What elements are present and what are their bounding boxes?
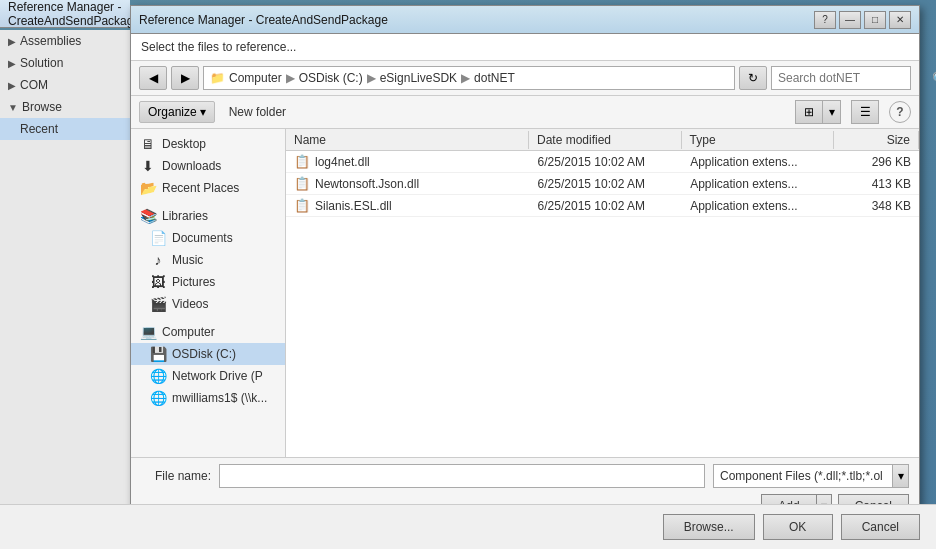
file-name-cell: 📋 Silanis.ESL.dll [286, 196, 530, 215]
col-type-label: Type [690, 133, 716, 147]
instruction-bar: Select the files to reference... [131, 34, 919, 61]
file-size: 296 KB [872, 155, 911, 169]
table-row[interactable]: 📋 log4net.dll 6/25/2015 10:02 AM Applica… [286, 151, 919, 173]
view-icon: ⊞ [804, 105, 814, 119]
breadcrumb-dotnet[interactable]: dotNET [474, 71, 515, 85]
view-dropdown-button[interactable]: ▾ [823, 100, 841, 124]
filetype-dropdown-arrow[interactable]: ▾ [893, 464, 909, 488]
desktop-icon: 🖥 [139, 136, 157, 152]
arrow-icon: ▶ [8, 36, 16, 47]
search-icon[interactable]: 🔍 [932, 71, 936, 86]
dll-icon: 📋 [294, 198, 310, 213]
left-item-label: Network Drive (P [172, 369, 263, 383]
sidebar-item-recent[interactable]: Recent [0, 118, 139, 140]
col-date-label: Date modified [537, 133, 611, 147]
left-item-label: Downloads [162, 159, 221, 173]
left-item-libraries[interactable]: 📚 Libraries [131, 205, 285, 227]
pictures-icon: 🖼 [149, 274, 167, 290]
left-item-label: mwilliams1$ (\\k... [172, 391, 267, 405]
file-type-cell: Application extens... [682, 153, 835, 171]
file-dialog: Reference Manager - CreateAndSendPackage… [130, 5, 920, 525]
file-date: 6/25/2015 10:02 AM [538, 155, 645, 169]
left-item-pictures[interactable]: 🖼 Pictures [131, 271, 285, 293]
footer-cancel-button[interactable]: Cancel [841, 514, 920, 540]
organize-button[interactable]: Organize ▾ [139, 101, 215, 123]
breadcrumb-sep: ▶ [461, 71, 470, 85]
arrow-icon: ▼ [8, 102, 18, 113]
filetype-group: Component Files (*.dll;*.tlb;*.ol ▾ [713, 464, 909, 488]
footer-cancel-label: Cancel [862, 520, 899, 534]
left-item-computer[interactable]: 💻 Computer [131, 321, 285, 343]
left-item-documents[interactable]: 📄 Documents [131, 227, 285, 249]
dll-icon: 📋 [294, 154, 310, 169]
browse-button[interactable]: Browse... [663, 514, 755, 540]
left-item-network-drive[interactable]: 🌐 Network Drive (P [131, 365, 285, 387]
arrow-icon: ▶ [8, 80, 16, 91]
file-date-cell: 6/25/2015 10:02 AM [530, 153, 683, 171]
sidebar-item-label: Browse [22, 100, 62, 114]
details-button[interactable]: ☰ [851, 100, 879, 124]
file-date: 6/25/2015 10:02 AM [538, 177, 645, 191]
left-item-music[interactable]: ♪ Music [131, 249, 285, 271]
left-item-videos[interactable]: 🎬 Videos [131, 293, 285, 315]
sidebar-item-solution[interactable]: ▶ Solution [0, 52, 139, 74]
file-type-cell: Application extens... [682, 197, 835, 215]
left-item-osdisk[interactable]: 💾 OSDisk (C:) [131, 343, 285, 365]
new-folder-button[interactable]: New folder [221, 102, 294, 122]
sidebar-item-assemblies[interactable]: ▶ Assemblies [0, 30, 139, 52]
left-item-label: Documents [172, 231, 233, 245]
filename-input[interactable] [219, 464, 705, 488]
back-button[interactable]: ◀ [139, 66, 167, 90]
footer-buttons: Browse... OK Cancel [0, 504, 936, 549]
file-name-cell: 📋 Newtonsoft.Json.dll [286, 174, 530, 193]
file-list: Name Date modified Type Size 📋 log4net.d… [286, 129, 919, 457]
table-row[interactable]: 📋 Silanis.ESL.dll 6/25/2015 10:02 AM App… [286, 195, 919, 217]
file-date-cell: 6/25/2015 10:02 AM [530, 197, 683, 215]
col-header-name[interactable]: Name [286, 131, 529, 149]
breadcrumb[interactable]: 📁 Computer ▶ OSDisk (C:) ▶ eSignLiveSDK … [203, 66, 735, 90]
refresh-button[interactable]: ↻ [739, 66, 767, 90]
filename-label: File name: [141, 469, 211, 483]
network-drive-icon: 🌐 [149, 368, 167, 384]
file-name-cell: 📋 log4net.dll [286, 152, 530, 171]
forward-button[interactable]: ▶ [171, 66, 199, 90]
breadcrumb-esignlive[interactable]: eSignLiveSDK [380, 71, 457, 85]
file-size-cell: 296 KB [835, 153, 919, 171]
view-button[interactable]: ⊞ [795, 100, 823, 124]
left-item-mwilliams[interactable]: 🌐 mwilliams1$ (\\k... [131, 387, 285, 409]
col-header-type[interactable]: Type [682, 131, 835, 149]
dialog-maximize-button[interactable]: □ [864, 11, 886, 29]
left-item-label: Desktop [162, 137, 206, 151]
ok-button[interactable]: OK [763, 514, 833, 540]
col-header-size[interactable]: Size [834, 131, 919, 149]
left-item-desktop[interactable]: 🖥 Desktop [131, 133, 285, 155]
left-item-downloads[interactable]: ⬇ Downloads [131, 155, 285, 177]
folder-icon: 📁 [210, 71, 225, 85]
breadcrumb-osdisk[interactable]: OSDisk (C:) [299, 71, 363, 85]
documents-icon: 📄 [149, 230, 167, 246]
breadcrumb-computer[interactable]: Computer [229, 71, 282, 85]
sidebar-item-label: Recent [20, 122, 58, 136]
refresh-icon: ↻ [748, 71, 758, 85]
sidebar-item-browse[interactable]: ▼ Browse [0, 96, 139, 118]
left-item-label: Videos [172, 297, 208, 311]
table-row[interactable]: 📋 Newtonsoft.Json.dll 6/25/2015 10:02 AM… [286, 173, 919, 195]
breadcrumb-sep: ▶ [286, 71, 295, 85]
sidebar-item-com[interactable]: ▶ COM [0, 74, 139, 96]
downloads-icon: ⬇ [139, 158, 157, 174]
content-area: 🖥 Desktop ⬇ Downloads 📂 Recent Places 📚 … [131, 129, 919, 457]
dialog-close-button[interactable]: ✕ [889, 11, 911, 29]
search-input[interactable] [778, 71, 928, 85]
dialog-help-button[interactable]: ? [814, 11, 836, 29]
file-size-cell: 348 KB [835, 197, 919, 215]
osdisk-icon: 💾 [149, 346, 167, 362]
instruction-text: Select the files to reference... [141, 40, 296, 54]
filetype-dropdown[interactable]: Component Files (*.dll;*.tlb;*.ol [713, 464, 893, 488]
dialog-minimize-button[interactable]: — [839, 11, 861, 29]
col-header-date[interactable]: Date modified [529, 131, 682, 149]
left-item-recent-places[interactable]: 📂 Recent Places [131, 177, 285, 199]
file-type: Application extens... [690, 199, 797, 213]
main-title-bar: Reference Manager - CreateAndSendPackage [0, 0, 130, 28]
file-dialog-help-button[interactable]: ? [889, 101, 911, 123]
left-item-label: Computer [162, 325, 215, 339]
